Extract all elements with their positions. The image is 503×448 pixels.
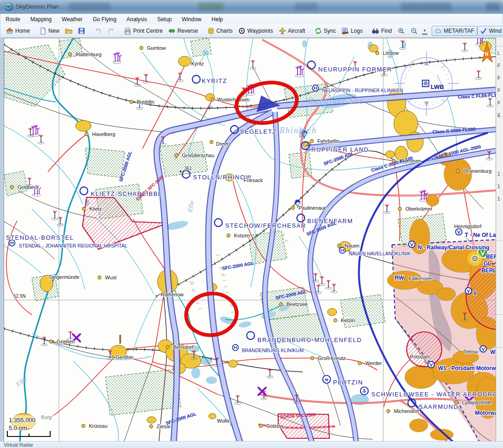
map-label: 52.5N — [13, 294, 26, 299]
status-bar: Virtual Radar — [0, 441, 503, 448]
toolbar-overflow-button[interactable]: ▾ — [422, 27, 428, 35]
map-label: Breddin — [137, 99, 154, 105]
sync-button[interactable]: Sync — [312, 26, 339, 36]
open-folder-icon — [65, 27, 72, 35]
open-button[interactable] — [62, 26, 75, 36]
dot-symbol — [49, 340, 53, 343]
map-label: Klietz — [89, 206, 102, 212]
dot-symbol — [337, 244, 340, 247]
map-label: Oranienburg — [463, 168, 491, 174]
map-label: Plattenburg — [76, 52, 101, 57]
map-label: Ludwigsfelde — [462, 400, 491, 405]
title-bar[interactable]: SkyDemon Plan — [0, 0, 503, 14]
map-label: Oberkrämer — [405, 206, 433, 212]
save-button[interactable] — [75, 26, 88, 36]
scale-ratio: 1:355,000 — [9, 417, 35, 424]
map-label: T - Ne Of Lake — [465, 232, 496, 238]
map-label: SEGELETZ — [240, 128, 277, 135]
metar-taf-button[interactable]: METAR/TAF — [432, 26, 477, 36]
side-panel-strip[interactable]: LFFFFE111 — [496, 38, 503, 441]
zoom-out-button[interactable] — [408, 26, 421, 36]
reverse-button[interactable]: Reverse — [165, 26, 201, 36]
skydemon-window: SkyDemon Plan Route Mapping Weather Go F… — [0, 0, 503, 448]
spot-symbol — [180, 171, 181, 172]
dot-symbol — [310, 356, 314, 360]
find-label: Find — [381, 28, 392, 34]
dot-symbol — [149, 424, 152, 428]
undo-button[interactable] — [92, 26, 105, 36]
side-panel-char: 1 — [497, 184, 500, 189]
dot-symbol — [68, 53, 71, 56]
map-label: RUPPINER LAND — [311, 146, 369, 153]
side-panel-char: 1 — [497, 196, 500, 201]
logs-button[interactable]: Logs — [339, 26, 365, 36]
map-label: Kyritz — [191, 61, 204, 66]
side-panel-char: E — [497, 113, 501, 118]
menu-help[interactable]: Help — [206, 15, 228, 24]
zoom-in-icon — [398, 27, 405, 35]
background-window-blob — [198, 3, 223, 11]
map-label: Gumtow — [147, 45, 166, 51]
dot-symbol — [175, 153, 178, 157]
vrp-symbol — [428, 361, 434, 368]
wind-button[interactable]: Wind — [477, 26, 503, 36]
chim-symbol — [120, 335, 121, 343]
menu-weather[interactable]: Weather — [57, 15, 88, 24]
side-panel-char: L — [497, 51, 500, 56]
dot-symbol — [259, 424, 262, 427]
waypoints-button[interactable]: Waypoints — [235, 26, 276, 36]
side-panel-char: F — [497, 76, 500, 81]
dot-symbol — [333, 318, 337, 322]
side-panel-char: F — [497, 63, 500, 68]
map-label: W2 - — [490, 349, 496, 355]
map-label: STOLLN/RHINOW — [193, 174, 252, 181]
menu-bar: Route Mapping Weather Go Flying Analysis… — [0, 14, 503, 25]
home-button[interactable]: Home — [3, 26, 33, 36]
map-label: RW — [395, 275, 404, 281]
dot-symbol — [10, 185, 13, 189]
scale-distance: 5.0 nm — [9, 424, 27, 431]
vrp-symbol — [456, 229, 462, 235]
redo-button[interactable] — [105, 26, 117, 36]
new-document-icon — [39, 27, 47, 35]
menu-analysis[interactable]: Analysis — [122, 15, 152, 24]
map-label: SCHWIELOWSEE - WATER AERODROME — [371, 391, 496, 398]
map-label: SAARMUND — [419, 403, 458, 410]
print-centre-button[interactable]: Print Centre — [121, 26, 165, 36]
map-label: KYRITZ — [202, 77, 227, 84]
hosp-symbol — [313, 85, 319, 91]
menu-mapping[interactable]: Mapping — [25, 15, 57, 24]
dot-symbol — [82, 207, 85, 210]
map-label: Falkensee — [409, 276, 432, 281]
dot-symbol — [82, 424, 85, 427]
new-button[interactable]: New — [36, 26, 62, 36]
status-text: Virtual Radar — [4, 442, 33, 448]
charts-button[interactable]: Charts — [205, 26, 235, 36]
map-label: Ruppiner See — [308, 96, 363, 106]
logs-icon — [341, 27, 349, 35]
map-label: BERL — [486, 253, 496, 260]
dot-symbol — [166, 345, 169, 348]
find-button[interactable]: Find — [369, 26, 394, 36]
menu-setup[interactable]: Setup — [152, 15, 176, 24]
map-label: 361 — [184, 166, 192, 171]
dot-symbol — [456, 169, 459, 172]
map-label: Tangermünde — [48, 274, 79, 280]
zoom-in-button[interactable] — [395, 26, 408, 36]
map-label: Nauen — [345, 243, 359, 248]
metar-cloud-icon — [434, 27, 442, 35]
map-label: STENDAL-BORSTEL — [6, 234, 74, 241]
map-label: Fehrbellin — [317, 138, 339, 144]
new-label: New — [48, 28, 59, 34]
map-label: LWB — [431, 83, 444, 90]
map-label: Golzow — [266, 423, 283, 429]
aircraft-button[interactable]: Aircraft — [276, 26, 308, 36]
map-label: Paulinenaue — [298, 205, 327, 211]
map-label: Rathenow — [161, 292, 184, 297]
map-canvas[interactable]: M — [4, 38, 496, 442]
menu-route[interactable]: Route — [0, 15, 25, 24]
map-label: Werder — [365, 360, 382, 366]
map-label: GL — [484, 260, 491, 267]
menu-go-flying[interactable]: Go Flying — [88, 15, 121, 24]
menu-window[interactable]: Window — [177, 15, 207, 24]
